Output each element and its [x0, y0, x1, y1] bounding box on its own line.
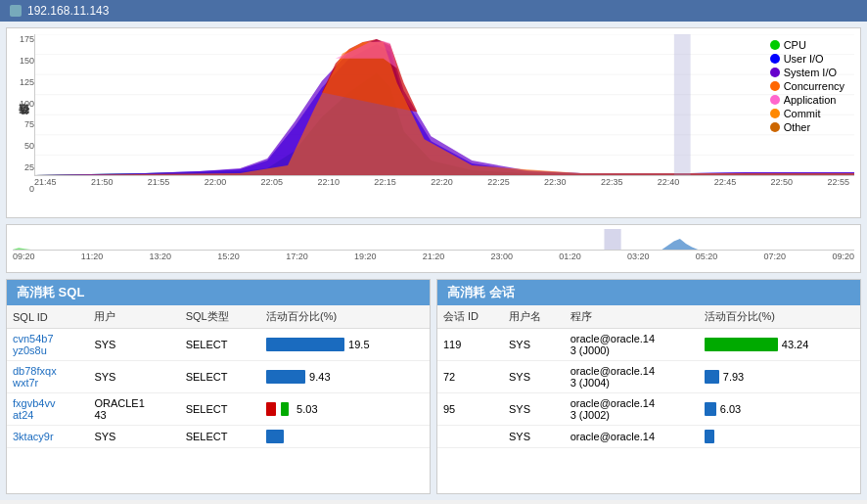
sess-program: oracle@oracle.14 [565, 426, 699, 448]
sess-id: 95 [437, 393, 503, 426]
sess-id [437, 426, 503, 448]
table-row: fxgvb4vvat24 ORACLE143 SELECT 5.03 [7, 393, 430, 426]
mini-x-labels: 09:20 11:20 13:20 15:20 17:20 19:20 21:2… [13, 252, 854, 261]
sql-user: ORACLE143 [88, 393, 179, 426]
sess-pct [699, 426, 860, 448]
sql-id[interactable]: db78fxqxwxt7r [7, 361, 88, 393]
sess-user: SYS [503, 426, 565, 448]
sql-id[interactable]: cvn54b7yz0s8u [7, 329, 88, 361]
table-row: 119 SYS oracle@oracle.143 (J000) 43.24 [437, 329, 860, 361]
table-row: 3ktacy9r SYS SELECT [7, 426, 430, 448]
legend-cpu: CPU [770, 39, 844, 51]
title-ip: 192.168.11.143 [27, 4, 109, 18]
main-chart-svg [34, 34, 854, 176]
sql-col-pct: 活动百分比(%) [260, 305, 430, 329]
svg-rect-18 [604, 229, 620, 250]
legend-other-label: Other [784, 121, 811, 133]
sess-pct: 7.93 [699, 361, 860, 393]
sql-pct: 5.03 [260, 393, 430, 426]
sess-user: SYS [503, 361, 565, 393]
sess-program: oracle@oracle.143 (J004) [565, 361, 699, 393]
sql-panel-table[interactable]: SQL ID 用户 SQL类型 活动百分比(%) cvn54b7yz0s8u S… [7, 305, 430, 493]
sess-id: 72 [437, 361, 503, 393]
sess-col-pct: 活动百分比(%) [699, 305, 860, 329]
sql-user: SYS [88, 329, 179, 361]
sql-col-user: 用户 [88, 305, 179, 329]
sess-user: SYS [503, 393, 565, 426]
table-row: db78fxqxwxt7r SYS SELECT 9.43 [7, 361, 430, 393]
sql-table: SQL ID 用户 SQL类型 活动百分比(%) cvn54b7yz0s8u S… [7, 305, 430, 448]
main-container: 等待会话数 175 150 125 100 75 50 25 0 [0, 22, 867, 500]
chart-legend: CPU User I/O System I/O Concurrency [770, 39, 844, 133]
mini-chart-svg [13, 229, 854, 251]
sql-user: SYS [88, 426, 179, 448]
session-panel-header: 高消耗 会话 [437, 280, 860, 305]
session-panel: 高消耗 会话 会话 ID 用户名 程序 活动百分比(%) 119 [436, 279, 861, 494]
sql-type: SELECT [180, 361, 260, 393]
table-row: cvn54b7yz0s8u SYS SELECT 19.5 [7, 329, 430, 361]
sess-col-user: 用户名 [503, 305, 565, 329]
table-row: 95 SYS oracle@oracle.143 (J002) 6.03 [437, 393, 860, 426]
sess-program: oracle@oracle.143 (J000) [565, 329, 699, 361]
sql-panel: 高消耗 SQL SQL ID 用户 SQL类型 活动百分比(%) cv [6, 279, 431, 494]
x-axis-labels: 21:45 21:50 21:55 22:00 22:05 22:10 22:1… [34, 177, 854, 187]
sess-id: 119 [437, 329, 503, 361]
legend-user-io: User I/O [770, 53, 844, 65]
svg-rect-15 [13, 229, 854, 250]
legend-application-label: Application [784, 94, 837, 106]
sql-type: SELECT [180, 393, 260, 426]
session-panel-title: 高消耗 会话 [447, 285, 515, 299]
legend-other: Other [770, 121, 844, 133]
sql-pct: 19.5 [260, 329, 430, 361]
legend-system-io: System I/O [770, 67, 844, 78]
top-chart-area: 等待会话数 175 150 125 100 75 50 25 0 [6, 27, 861, 218]
legend-application: Application [770, 94, 844, 106]
sql-panel-header: 高消耗 SQL [7, 280, 430, 305]
sql-user: SYS [88, 361, 179, 393]
sql-id[interactable]: fxgvb4vvat24 [7, 393, 88, 426]
legend-commit: Commit [770, 108, 844, 119]
table-row: 72 SYS oracle@oracle.143 (J004) 7.93 [437, 361, 860, 393]
session-table: 会话 ID 用户名 程序 活动百分比(%) 119 SYS oracle@ora… [437, 305, 860, 448]
sql-panel-title: 高消耗 SQL [17, 285, 84, 299]
sess-col-program: 程序 [565, 305, 699, 329]
mini-chart-area: 09:20 11:20 13:20 15:20 17:20 19:20 21:2… [6, 224, 861, 273]
sess-col-id: 会话 ID [437, 305, 503, 329]
sql-pct [260, 426, 430, 448]
sql-col-id: SQL ID [7, 305, 88, 329]
sql-type: SELECT [180, 329, 260, 361]
table-row: SYS oracle@oracle.14 [437, 426, 860, 448]
legend-concurrency: Concurrency [770, 80, 844, 92]
app-icon [10, 5, 22, 17]
sess-user: SYS [503, 329, 565, 361]
sess-pct: 43.24 [699, 329, 860, 361]
sess-pct: 6.03 [699, 393, 860, 426]
sql-type: SELECT [180, 426, 260, 448]
sql-col-type: SQL类型 [180, 305, 260, 329]
svg-rect-14 [674, 34, 691, 175]
sql-pct: 9.43 [260, 361, 430, 393]
sql-id[interactable]: 3ktacy9r [7, 426, 88, 448]
legend-commit-label: Commit [784, 108, 821, 119]
session-panel-table[interactable]: 会话 ID 用户名 程序 活动百分比(%) 119 SYS oracle@ora… [437, 305, 860, 493]
bottom-panels: 高消耗 SQL SQL ID 用户 SQL类型 活动百分比(%) cv [6, 279, 861, 494]
sess-program: oracle@oracle.143 (J002) [565, 393, 699, 426]
title-bar: 192.168.11.143 [0, 0, 867, 22]
